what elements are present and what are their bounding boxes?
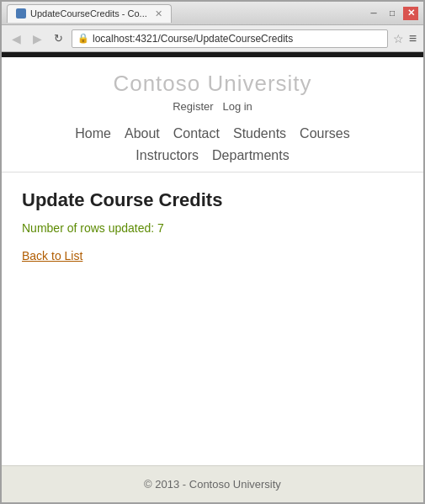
title-bar: UpdateCourseCredits - Co... ✕ ─ □ ✕ [2, 2, 423, 25]
nav-courses[interactable]: Courses [300, 126, 350, 141]
tab-favicon [16, 8, 26, 19]
url-text: localhost:4321/Course/UpdateCourseCredit… [93, 33, 382, 45]
register-link[interactable]: Register [173, 100, 213, 113]
menu-icon[interactable]: ≡ [409, 31, 417, 46]
title-bar-left: UpdateCourseCredits - Co... ✕ [7, 4, 172, 23]
address-bar: ◀ ▶ ↻ 🔒 localhost:4321/Course/UpdateCour… [2, 25, 423, 52]
close-button[interactable]: ✕ [403, 7, 418, 20]
page-title: Update Course Credits [22, 189, 403, 211]
bookmark-icon[interactable]: ☆ [393, 32, 404, 45]
minimize-button[interactable]: ─ [366, 7, 381, 20]
nav-row-2: Instructors Departments [2, 148, 423, 172]
login-link[interactable]: Log in [222, 100, 252, 113]
site-header: Contoso University Register Log in Home … [2, 57, 423, 172]
maximize-button[interactable]: □ [385, 7, 400, 20]
tab-close-icon[interactable]: ✕ [155, 8, 162, 19]
site-title: Contoso University [2, 71, 423, 97]
rows-updated-message: Number of rows updated: 7 [22, 221, 403, 235]
nav-contact[interactable]: Contact [173, 126, 220, 141]
nav-row-1: Home About Contact Students Courses [2, 119, 423, 148]
nav-instructors[interactable]: Instructors [135, 148, 199, 163]
tab-title: UpdateCourseCredits - Co... [30, 8, 147, 19]
address-input[interactable]: 🔒 localhost:4321/Course/UpdateCourseCred… [72, 29, 388, 48]
back-to-list-link[interactable]: Back to List [22, 249, 82, 263]
nav-students[interactable]: Students [233, 126, 286, 141]
page-content: Contoso University Register Log in Home … [2, 57, 423, 502]
nav-about[interactable]: About [125, 126, 160, 141]
reload-button[interactable]: ↻ [50, 30, 66, 46]
main-content: Update Course Credits Number of rows upd… [2, 172, 423, 465]
forward-button[interactable]: ▶ [29, 30, 45, 47]
lock-icon: 🔒 [77, 33, 89, 44]
browser-tab[interactable]: UpdateCourseCredits - Co... ✕ [7, 4, 172, 23]
nav-departments[interactable]: Departments [212, 148, 290, 163]
window-controls: ─ □ ✕ [366, 7, 418, 20]
footer-copyright: © 2013 - Contoso University [144, 478, 281, 491]
auth-links: Register Log in [2, 100, 423, 113]
nav-home[interactable]: Home [75, 126, 111, 141]
site-footer: © 2013 - Contoso University [2, 465, 423, 502]
back-button[interactable]: ◀ [8, 30, 24, 47]
browser-window: UpdateCourseCredits - Co... ✕ ─ □ ✕ ◀ ▶ … [0, 0, 425, 504]
